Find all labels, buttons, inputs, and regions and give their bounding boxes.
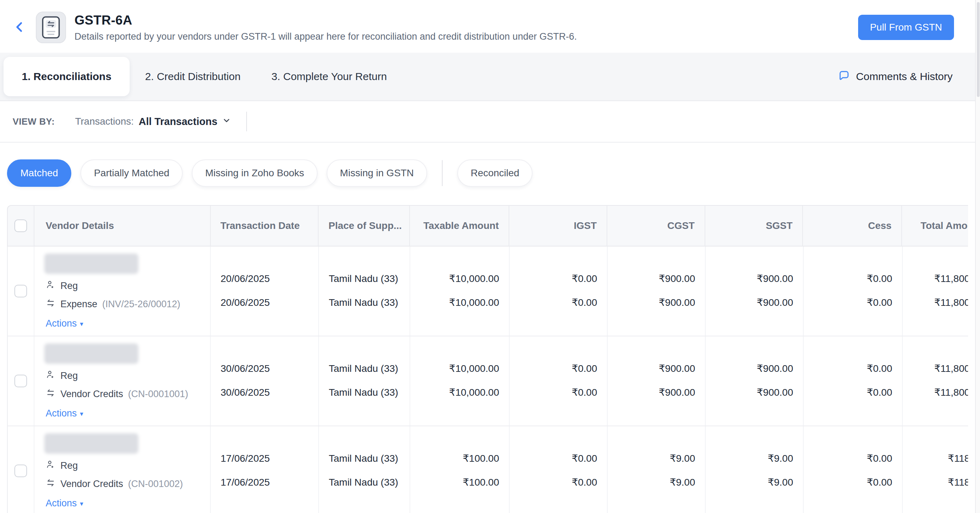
row-checkbox[interactable] (14, 465, 27, 477)
tab-credit-distribution[interactable]: 2. Credit Distribution (130, 71, 256, 83)
vendor-name-redacted (44, 254, 138, 274)
taxable-amount-value: ₹10,000.00 (449, 362, 499, 376)
cgst-value: ₹9.00 (670, 451, 695, 465)
document-reference: (CN-001002) (128, 479, 183, 489)
transactions-filter-dropdown[interactable]: All Transactions (139, 116, 231, 128)
page-subtitle: Details reported by your vendors under G… (75, 31, 577, 42)
filter-pill-partially-matched[interactable]: Partially Matched (80, 159, 183, 187)
column-header-cess: Cess (803, 206, 902, 246)
cess-cell: ₹0.00₹0.00 (804, 426, 903, 513)
transaction-date-value: 20/06/2025 (221, 272, 309, 286)
place-of-supply-cell: Tamil Nadu (33)Tamil Nadu (33) (319, 426, 410, 513)
vendor-details-cell: RegVendor Credits(CN-001002)Actions▾ (34, 426, 211, 513)
vendor-details-cell: RegExpense(INV/25-26/00012)Actions▾ (34, 246, 211, 336)
igst-cell: ₹0.00₹0.00 (510, 426, 608, 513)
place-of-supply-value: Tamil Nadu (33) (329, 295, 400, 310)
view-by-row: VIEW BY: Transactions: All Transactions (0, 101, 980, 143)
vendor-gst-type: Reg (46, 370, 78, 382)
filter-pill-missing-in-zoho-books[interactable]: Missing in Zoho Books (192, 159, 318, 187)
view-by-label: VIEW BY: (13, 116, 55, 127)
row-checkbox[interactable] (14, 375, 27, 387)
filter-pill-reconciled[interactable]: Reconciled (457, 159, 533, 187)
sgst-value: ₹9.00 (768, 475, 793, 489)
scrollbar-thumb[interactable] (977, 2, 980, 97)
view-by-divider (246, 112, 247, 131)
igst-value: ₹0.00 (572, 386, 597, 400)
total-amount-cell: ₹11,800.00₹11,800.00 (903, 246, 968, 336)
total-amount-value: ₹118.00 (948, 451, 968, 465)
cgst-value: ₹900.00 (659, 295, 695, 310)
column-header-vendor-details: Vendor Details (34, 206, 211, 246)
actions-dropdown[interactable]: Actions▾ (46, 498, 83, 509)
place-of-supply-cell: Tamil Nadu (33)Tamil Nadu (33) (319, 337, 410, 426)
taxable-amount-cell: ₹10,000.00₹10,000.00 (410, 337, 510, 426)
comments-history-label: Comments & History (856, 71, 953, 83)
comments-history-button[interactable]: Comments & History (838, 69, 980, 84)
filter-pill-missing-in-gstn[interactable]: Missing in GSTN (327, 159, 427, 187)
vendor-gst-type: Reg (46, 280, 78, 292)
person-icon (46, 280, 56, 292)
taxable-amount-value: ₹100.00 (463, 451, 499, 465)
document-type-label: Vendor Credits (60, 389, 123, 400)
igst-value: ₹0.00 (572, 362, 597, 376)
page-header: GSTR-6A Details reported by your vendors… (0, 0, 980, 53)
table-row: RegVendor Credits(CN-001002)Actions▾17/0… (7, 426, 968, 513)
page-title: GSTR-6A (75, 13, 577, 28)
taxable-amount-cell: ₹10,000.00₹10,000.00 (410, 246, 510, 336)
column-header-taxable-amount: Taxable Amount (410, 206, 509, 246)
igst-value: ₹0.00 (572, 295, 597, 310)
chevron-down-icon (222, 116, 231, 128)
total-amount-cell: ₹118.00₹118.00 (903, 426, 968, 513)
comment-bubble-icon (838, 69, 850, 84)
total-amount-cell: ₹11,800.00₹11,800.00 (903, 337, 968, 426)
transactions-filter-value: All Transactions (139, 116, 218, 127)
transaction-date-value: 20/06/2025 (221, 295, 309, 310)
actions-label: Actions (46, 318, 77, 329)
total-amount-value: ₹11,800.00 (934, 386, 968, 400)
sgst-cell: ₹9.00₹9.00 (706, 426, 804, 513)
caret-down-icon: ▾ (80, 321, 84, 327)
filter-pill-matched[interactable]: Matched (7, 159, 71, 187)
back-chevron-icon (14, 18, 25, 37)
transaction-date-cell: 20/06/202520/06/2025 (211, 246, 319, 336)
igst-cell: ₹0.00₹0.00 (510, 246, 608, 336)
tab-complete-your-return[interactable]: 3. Complete Your Return (256, 71, 402, 83)
actions-dropdown[interactable]: Actions▾ (46, 408, 83, 419)
swap-arrows-icon (46, 478, 56, 490)
document-type-label: Vendor Credits (60, 479, 123, 489)
row-checkbox[interactable] (14, 285, 27, 297)
sgst-value: ₹9.00 (768, 451, 793, 465)
sgst-cell: ₹900.00₹900.00 (706, 246, 804, 336)
cess-cell: ₹0.00₹0.00 (804, 337, 903, 426)
swap-arrows-icon (46, 298, 56, 310)
total-amount-value: ₹11,800.00 (934, 295, 968, 310)
cgst-cell: ₹900.00₹900.00 (608, 337, 706, 426)
sgst-value: ₹900.00 (757, 362, 793, 376)
taxable-amount-cell: ₹100.00₹100.00 (410, 426, 510, 513)
place-of-supply-value: Tamil Nadu (33) (329, 386, 400, 400)
transaction-date-value: 30/06/2025 (221, 386, 309, 400)
transaction-date-value: 17/06/2025 (221, 475, 309, 489)
place-of-supply-value: Tamil Nadu (33) (329, 362, 400, 376)
sgst-value: ₹900.00 (757, 295, 793, 310)
vendor-name-redacted (44, 433, 138, 454)
vertical-scrollbar[interactable] (975, 0, 980, 513)
igst-value: ₹0.00 (572, 451, 597, 465)
column-header-igst: IGST (509, 206, 607, 246)
select-all-cell (8, 206, 34, 246)
transaction-date-value: 17/06/2025 (221, 451, 309, 465)
tab-bar: 1. Reconciliations 2. Credit Distributio… (0, 53, 980, 101)
select-all-checkbox[interactable] (14, 219, 27, 232)
column-header-total-amount: Total Amount (902, 206, 968, 246)
back-button[interactable] (12, 18, 27, 37)
tab-reconciliations[interactable]: 1. Reconciliations (3, 57, 130, 96)
transaction-date-cell: 30/06/202530/06/2025 (211, 337, 319, 426)
vendor-name-redacted (44, 343, 138, 364)
column-header-sgst: SGST (705, 206, 803, 246)
pull-from-gstn-button[interactable]: Pull From GSTN (858, 15, 954, 40)
actions-dropdown[interactable]: Actions▾ (46, 318, 83, 329)
place-of-supply-value: Tamil Nadu (33) (329, 451, 400, 465)
table-body: RegExpense(INV/25-26/00012)Actions▾20/06… (7, 246, 968, 513)
place-of-supply-value: Tamil Nadu (33) (329, 272, 400, 286)
cgst-cell: ₹9.00₹9.00 (608, 426, 706, 513)
